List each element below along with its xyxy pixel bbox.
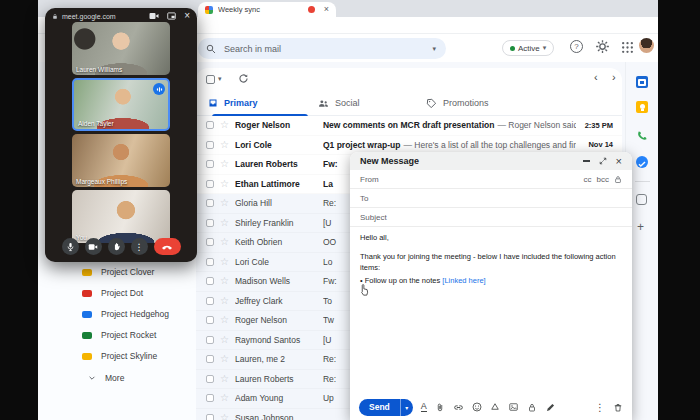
account-avatar[interactable] (639, 38, 654, 53)
add-ons-icon[interactable] (636, 194, 647, 205)
row-checkbox[interactable] (206, 414, 214, 420)
star-icon[interactable]: ☆ (220, 413, 229, 420)
microphone-button[interactable] (62, 238, 79, 255)
minimize-icon[interactable] (583, 160, 590, 162)
browser-tab-weekly-sync[interactable]: Weekly sync × (198, 2, 336, 17)
row-checkbox[interactable] (206, 355, 214, 363)
insert-emoji-icon[interactable] (472, 402, 482, 412)
row-checkbox[interactable] (206, 375, 214, 383)
email-sender: Lori Cole (235, 140, 323, 150)
meet-close-icon[interactable]: × (184, 11, 190, 21)
more-options-icon[interactable]: ⋮ (595, 402, 605, 413)
pop-out-icon[interactable] (599, 157, 607, 165)
star-icon[interactable]: ☆ (220, 374, 229, 384)
more-options-button[interactable]: ⋮ (131, 238, 148, 255)
participant-video-tile[interactable]: Lauren Williams (72, 22, 170, 75)
star-icon[interactable]: ☆ (220, 257, 229, 267)
status-selector[interactable]: Active ▾ (502, 40, 554, 56)
keep-icon[interactable] (636, 101, 648, 113)
compose-header[interactable]: New Message × (350, 152, 632, 170)
row-checkbox[interactable] (206, 160, 214, 168)
subject-field[interactable]: Subject (350, 208, 632, 227)
bcc-toggle[interactable]: bcc (597, 175, 609, 184)
calendar-icon[interactable] (636, 76, 648, 88)
star-icon[interactable]: ☆ (220, 218, 229, 228)
star-icon[interactable]: ☆ (220, 335, 229, 345)
star-icon[interactable]: ☆ (220, 140, 229, 150)
participant-video-tile[interactable]: Aiden Tayler (72, 78, 170, 131)
discard-draft-icon[interactable] (613, 402, 623, 413)
signature-pen-icon[interactable] (545, 402, 556, 413)
star-icon[interactable]: ☆ (220, 159, 229, 169)
row-checkbox[interactable] (206, 316, 214, 324)
row-checkbox[interactable] (206, 297, 214, 305)
sidebar-label-item[interactable]: Project Dot (82, 283, 143, 303)
email-row[interactable]: ☆ Roger Nelson New comments on MCR draft… (196, 116, 622, 136)
row-checkbox[interactable] (206, 258, 214, 266)
camera-icon[interactable] (149, 12, 159, 20)
send-options-icon[interactable]: ▾ (400, 399, 413, 416)
to-field[interactable]: To (350, 189, 632, 208)
star-icon[interactable]: ☆ (220, 393, 229, 403)
help-icon[interactable]: ? (570, 40, 583, 53)
tab-primary[interactable]: Primary (208, 90, 258, 116)
star-icon[interactable]: ☆ (220, 296, 229, 306)
sidebar-label-item[interactable]: Project Hedgehog (82, 304, 169, 324)
star-icon[interactable]: ☆ (220, 354, 229, 364)
star-icon[interactable]: ☆ (220, 315, 229, 325)
formatting-options-icon[interactable]: A (421, 402, 427, 413)
star-icon[interactable]: ☆ (220, 198, 229, 208)
row-checkbox[interactable] (206, 180, 214, 188)
row-checkbox[interactable] (206, 219, 214, 227)
notes-link[interactable]: [Linked here] (442, 276, 485, 285)
tab-promotions[interactable]: Promotions (426, 90, 489, 116)
participant-video-tile[interactable]: You (72, 190, 170, 243)
raise-hand-button[interactable] (108, 238, 125, 255)
compose-close-icon[interactable]: × (616, 156, 622, 167)
star-icon[interactable]: ☆ (220, 120, 229, 130)
voice-icon[interactable] (636, 128, 648, 146)
select-all-checkbox[interactable] (206, 75, 215, 84)
row-checkbox[interactable] (206, 199, 214, 207)
confidential-mode-icon[interactable] (527, 402, 537, 413)
row-checkbox[interactable] (206, 336, 214, 344)
row-checkbox[interactable] (206, 394, 214, 402)
sidebar-label-item[interactable]: Project Rocket (82, 325, 156, 345)
star-icon[interactable]: ☆ (220, 276, 229, 286)
cc-toggle[interactable]: cc (584, 175, 592, 184)
list-toolbar: ▾ ‹ › (196, 68, 622, 90)
insert-image-icon[interactable] (508, 402, 519, 412)
sidebar-more[interactable]: More (88, 368, 124, 388)
end-call-button[interactable] (154, 238, 181, 255)
picture-in-picture-icon[interactable] (167, 12, 176, 20)
plus-icon[interactable]: + (637, 220, 644, 234)
select-dropdown-icon[interactable]: ▾ (218, 75, 222, 83)
sidebar-label-item[interactable]: Project Skyline (82, 346, 157, 366)
message-body[interactable]: Hello all, Thank you for joining the mee… (350, 227, 632, 293)
drive-icon[interactable] (490, 402, 500, 412)
search-options-icon[interactable]: ▾ (432, 45, 436, 53)
row-checkbox[interactable] (206, 238, 214, 246)
older-page-icon[interactable]: › (612, 71, 616, 83)
row-checkbox[interactable] (206, 121, 214, 129)
newer-page-icon[interactable]: ‹ (594, 71, 598, 83)
refresh-icon[interactable] (238, 70, 249, 88)
tab-close-icon[interactable]: × (324, 5, 329, 14)
settings-gear-icon[interactable] (595, 39, 610, 58)
row-checkbox[interactable] (206, 141, 214, 149)
attach-file-icon[interactable] (435, 402, 445, 413)
send-button[interactable]: Send (359, 399, 400, 416)
camera-button[interactable] (85, 238, 102, 255)
from-field[interactable]: From cc bcc (350, 170, 632, 189)
sidebar-label-item[interactable]: Project Clover (82, 262, 154, 282)
tasks-icon[interactable] (636, 156, 648, 168)
star-icon[interactable]: ☆ (220, 237, 229, 247)
row-checkbox[interactable] (206, 277, 214, 285)
star-icon[interactable]: ☆ (220, 179, 229, 189)
search-input[interactable]: Search in mail ▾ (198, 38, 446, 59)
insert-link-icon[interactable] (453, 402, 464, 413)
tab-social[interactable]: Social (318, 90, 360, 116)
participant-video-tile[interactable]: Margeaux Phillips (72, 134, 170, 187)
apps-grid-icon[interactable] (621, 40, 634, 58)
email-sender: Roger Nelson (235, 120, 323, 130)
